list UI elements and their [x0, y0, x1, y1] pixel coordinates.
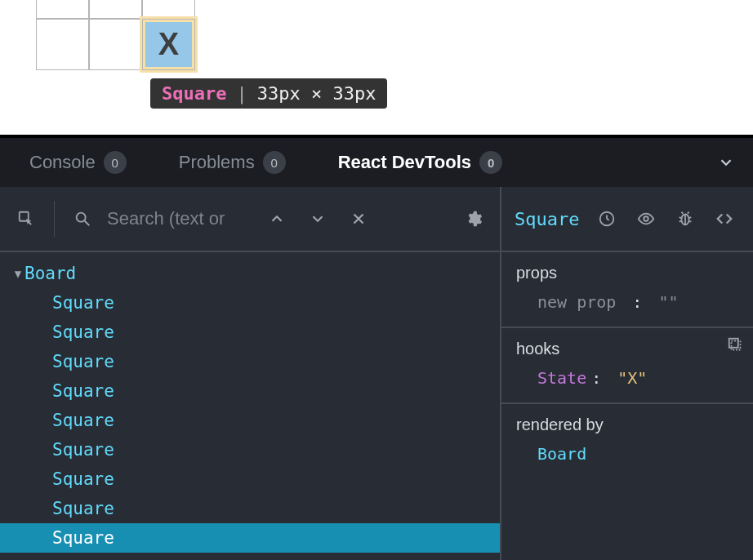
new-prop-label: new prop [537, 292, 616, 312]
svg-line-16 [688, 212, 689, 214]
svg-rect-18 [729, 339, 738, 348]
svg-line-13 [689, 217, 692, 218]
search-icon [65, 201, 100, 237]
new-prop-value[interactable]: "" [658, 292, 678, 312]
tab-console[interactable]: Console 0 [7, 138, 149, 187]
tab-badge: 0 [104, 151, 127, 174]
tooltip-component-name: Square [162, 83, 226, 104]
svg-point-1 [77, 213, 86, 222]
app-preview-area: X Square | 33px × 33px [0, 0, 753, 135]
component-tree-panel: ▼BoardSquareSquareSquareSquareSquareSqua… [0, 187, 501, 560]
square-cell[interactable] [89, 19, 142, 70]
svg-line-15 [681, 212, 683, 214]
rendered-by-section: rendered by Board [501, 404, 753, 478]
square-cell[interactable] [142, 0, 195, 19]
view-source-icon[interactable] [709, 201, 740, 237]
suspense-icon[interactable] [591, 201, 622, 237]
prev-match-icon[interactable] [259, 201, 295, 237]
chevron-down-icon[interactable] [712, 149, 740, 176]
tree-node-square[interactable]: Square [0, 376, 500, 406]
square-cell[interactable] [36, 19, 89, 70]
inspect-tooltip: Square | 33px × 33px [150, 78, 387, 109]
tab-badge: 0 [479, 151, 502, 174]
svg-line-11 [679, 217, 682, 218]
gear-icon[interactable] [456, 201, 492, 237]
tooltip-dimensions: 33px × 33px [257, 83, 376, 104]
new-prop-row[interactable]: new prop : "" [516, 292, 738, 312]
devtools-panel: Console 0 Problems 0 React DevTools 0 [0, 135, 753, 560]
tree-toolbar [0, 187, 500, 252]
square-cell[interactable] [36, 0, 89, 19]
tree-node-label: Square [52, 499, 114, 518]
tab-label: Console [29, 152, 96, 173]
tooltip-separator: | [236, 83, 247, 104]
caret-down-icon: ▼ [11, 267, 25, 280]
bug-icon[interactable] [670, 201, 701, 237]
tab-label: Problems [179, 152, 255, 173]
tree-node-label: Square [52, 381, 114, 401]
close-icon[interactable] [341, 201, 376, 237]
svg-line-2 [85, 221, 90, 226]
tree-node-square[interactable]: Square [0, 435, 500, 464]
tree-node-label: Square [52, 293, 114, 313]
props-section: props new prop : "" [501, 252, 753, 328]
tree-node-label: Square [52, 352, 114, 371]
tree-node-label: Square [52, 528, 114, 548]
svg-line-12 [679, 221, 682, 222]
tab-problems[interactable]: Problems 0 [156, 138, 309, 187]
tree-node-square[interactable]: Square [0, 406, 500, 435]
hook-state-label: State [537, 368, 586, 388]
tree-node-board[interactable]: ▼Board [0, 259, 500, 288]
devtools-tabs: Console 0 Problems 0 React DevTools 0 [0, 138, 753, 187]
rendered-by-parent-link[interactable]: Board [537, 444, 586, 464]
tree-node-label: Square [52, 440, 114, 460]
svg-line-14 [689, 221, 692, 222]
search-input[interactable] [107, 208, 254, 229]
section-title: hooks [516, 340, 738, 358]
tree-node-label: Square [52, 322, 114, 342]
hooks-expand-icon[interactable] [727, 336, 745, 358]
tree-node-square[interactable]: Square [0, 347, 500, 376]
hook-state-value: "X" [617, 368, 647, 388]
square-cell[interactable] [89, 0, 142, 19]
tree-node-square[interactable]: Square [0, 288, 500, 318]
inspect-element-icon[interactable] [8, 201, 44, 237]
tree-node-square[interactable]: Square [0, 464, 500, 494]
tree-node-label: Square [52, 469, 114, 489]
next-match-icon[interactable] [300, 201, 336, 237]
section-title: rendered by [516, 416, 738, 434]
tree-node-square[interactable]: Square [0, 318, 500, 347]
tab-react-devtools[interactable]: React DevTools 0 [315, 138, 525, 187]
hook-state-row[interactable]: State: "X" [516, 368, 738, 388]
tree-node-square[interactable]: Square [0, 523, 500, 553]
component-tree[interactable]: ▼BoardSquareSquareSquareSquareSquareSqua… [0, 252, 500, 553]
section-title: props [516, 264, 738, 282]
svg-rect-17 [732, 341, 741, 350]
tic-tac-toe-board: X [36, 0, 195, 70]
tree-node-label: Board [25, 264, 76, 283]
tab-badge: 0 [263, 151, 286, 174]
tree-node-label: Square [52, 411, 114, 430]
detail-header: Square [501, 187, 753, 252]
tree-node-square[interactable]: Square [0, 494, 500, 523]
component-detail-panel: Square props new prop : [501, 187, 753, 560]
svg-line-7 [607, 219, 609, 220]
svg-point-8 [644, 216, 648, 221]
hooks-section: hooks State: "X" [501, 328, 753, 404]
tab-label: React DevTools [338, 152, 471, 173]
detail-component-name: Square [515, 209, 583, 229]
eye-icon[interactable] [630, 201, 662, 237]
square-cell-selected[interactable]: X [142, 19, 195, 70]
